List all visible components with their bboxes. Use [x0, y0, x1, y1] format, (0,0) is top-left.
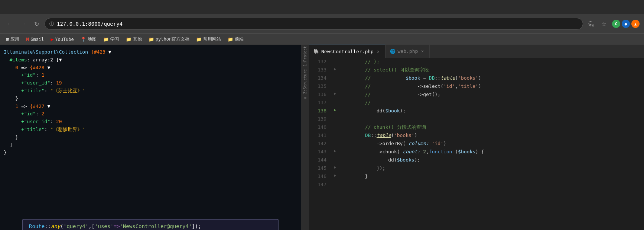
- bookmark-maps-label: 地图: [88, 36, 97, 42]
- editor-tabs: 🐘 NewsController.php ✕ 🌐 web.php ✕: [309, 45, 644, 58]
- folder-icon-1: 📁: [103, 37, 109, 42]
- bookmark-study[interactable]: 📁 学习: [100, 35, 122, 44]
- bookmark-gmail[interactable]: M Gmail: [23, 35, 47, 43]
- youtube-icon: ▶: [51, 36, 53, 42]
- apps-icon: ⊞: [6, 36, 9, 42]
- main-content: Illuminate\Support\Collection {#423 ▼ #i…: [0, 45, 644, 230]
- browser-chrome: ← → ↻ ⓘ 127.0.0.1:8000/query4 ☆ G ● ▲: [0, 0, 644, 33]
- secure-icon: ⓘ: [49, 21, 54, 27]
- side-project-label[interactable]: 1:Project: [302, 45, 308, 68]
- tab-newscontroller-close[interactable]: ✕: [376, 49, 381, 54]
- svg-marker-0: [334, 68, 336, 70]
- tab-bar: [0, 0, 644, 14]
- address-bar[interactable]: ⓘ 127.0.0.1:8000/query4: [45, 18, 583, 30]
- bookmark-common-label: 常用网站: [203, 36, 221, 42]
- ext-icon-2[interactable]: ●: [622, 20, 630, 28]
- line-numbers: 1321331341351361371381391401411421431441…: [309, 58, 331, 230]
- reload-button[interactable]: ↻: [31, 19, 42, 29]
- output-obj0: {#428: [30, 65, 44, 70]
- folder-icon-2: 📁: [126, 37, 131, 42]
- ext-icon-3[interactable]: ▲: [631, 20, 640, 28]
- gmail-icon: M: [26, 36, 29, 42]
- extension-icons: G ● ▲: [612, 20, 640, 28]
- bookmark-python-label: python官方文档: [156, 36, 189, 42]
- bookmark-youtube-label: YouTube: [55, 37, 74, 42]
- folder-icon-4: 📁: [196, 37, 202, 42]
- bookmark-frontend[interactable]: 📁 前端: [225, 35, 247, 44]
- bookmark-study-label: 学习: [110, 36, 119, 42]
- svg-marker-1: [334, 93, 336, 95]
- folder-icon-3: 📁: [149, 37, 154, 42]
- route-code-box: Route::any('query4',['uses'=>'NewsContro…: [22, 219, 279, 230]
- svg-marker-4: [334, 166, 336, 169]
- side-panel: 1:Project Z:Structure: [301, 45, 309, 230]
- folder-icon-5: 📁: [228, 37, 233, 42]
- output-items-label: #items: [10, 57, 27, 63]
- bookmark-apps-label: 应用: [10, 36, 19, 42]
- code-lines: // ); // select() 可以查询字段 // $book = DB::…: [339, 58, 644, 230]
- tab-web[interactable]: 🌐 web.php ✕: [386, 45, 430, 58]
- tab-newscontroller[interactable]: 🐘 NewsController.php ✕: [309, 45, 386, 58]
- browser-toolbar: ← → ↻ ⓘ 127.0.0.1:8000/query4 ☆ G ● ▲: [0, 14, 644, 33]
- side-structure-label[interactable]: Z:Structure: [302, 68, 308, 95]
- browser-output: Illuminate\Support\Collection {#423 ▼ #i…: [0, 45, 301, 230]
- side-panel-dot: [304, 97, 306, 99]
- bookmark-frontend-label: 前端: [235, 36, 244, 42]
- output-hash: {#423: [91, 49, 105, 55]
- forward-button[interactable]: →: [18, 19, 28, 29]
- svg-marker-5: [334, 175, 336, 177]
- maps-icon: 📍: [81, 37, 86, 42]
- bookmark-button[interactable]: ☆: [599, 19, 609, 29]
- bookmarks-bar: ⊞ 应用 M Gmail ▶ YouTube 📍 地图 📁 学习 📁 其他 📁 …: [0, 33, 644, 45]
- bookmark-apps[interactable]: ⊞ 应用: [3, 35, 22, 44]
- php-tab-icon: 🐘: [313, 49, 319, 54]
- translate-button[interactable]: [586, 19, 596, 29]
- bookmark-gmail-label: Gmail: [30, 37, 44, 42]
- output-class: Illuminate\Support\Collection: [4, 49, 88, 55]
- svg-marker-3: [334, 150, 336, 152]
- ext-icon-1[interactable]: G: [612, 20, 620, 28]
- gutter: [331, 58, 339, 230]
- bookmark-maps[interactable]: 📍 地图: [78, 35, 100, 44]
- tab-web-label: web.php: [398, 48, 418, 54]
- svg-marker-2: [334, 109, 336, 111]
- toolbar-icons: ☆: [586, 19, 609, 29]
- output-idx0: 0: [15, 65, 18, 70]
- bookmark-youtube[interactable]: ▶ YouTube: [48, 35, 77, 43]
- url-text: 127.0.0.1:8000/query4: [57, 21, 123, 27]
- bookmark-common[interactable]: 📁 常用网站: [193, 35, 224, 44]
- web-tab-icon: 🌐: [390, 49, 396, 54]
- output-content: Illuminate\Support\Collection {#423 ▼ #i…: [4, 48, 297, 157]
- editor-pane: 🐘 NewsController.php ✕ 🌐 web.php ✕ 13213…: [309, 45, 644, 230]
- code-area[interactable]: 1321331341351361371381391401411421431441…: [309, 58, 644, 230]
- tab-newscontroller-label: NewsController.php: [321, 49, 374, 54]
- back-button[interactable]: ←: [4, 19, 15, 29]
- bookmark-python[interactable]: 📁 python官方文档: [146, 35, 192, 44]
- route-keyword: Route: [29, 223, 45, 229]
- bookmark-other[interactable]: 📁 其他: [123, 35, 145, 44]
- bookmark-other-label: 其他: [133, 36, 142, 42]
- route-method: any: [51, 223, 60, 229]
- tab-web-close[interactable]: ✕: [420, 48, 425, 54]
